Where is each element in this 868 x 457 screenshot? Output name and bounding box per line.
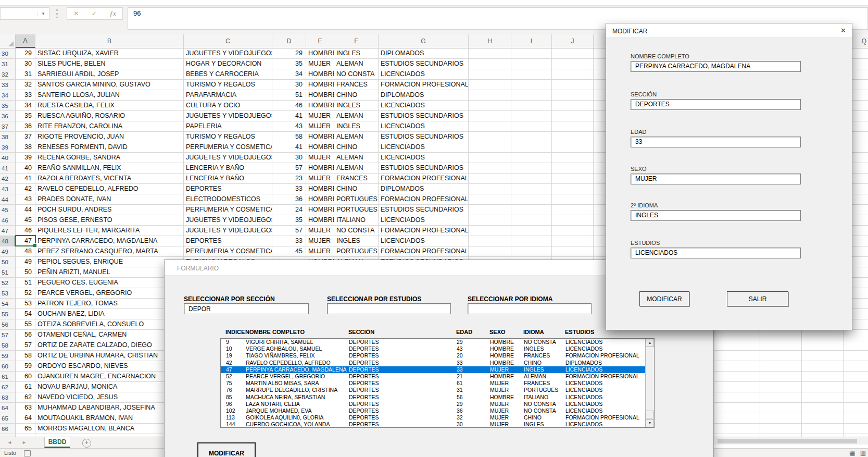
sheet-cell[interactable]: [552, 174, 594, 184]
sheet-cell[interactable]: [469, 80, 511, 90]
sheet-cell[interactable]: HOMBRE: [306, 48, 334, 59]
sheet-cell[interactable]: [552, 205, 594, 215]
result-row[interactable]: 102JARQUE MOHAMED, EVADEPORTES36MUJERNO …: [221, 407, 654, 414]
sheet-cell[interactable]: [469, 111, 511, 121]
sheet-cell[interactable]: [469, 163, 511, 174]
sheet-cell[interactable]: [844, 372, 868, 382]
sheet-cell[interactable]: ESTUDIOS SECUNDARIOS: [379, 163, 469, 174]
sheet-cell[interactable]: RUESCA AGUIÑO, ROSARIO: [35, 111, 184, 121]
page-layout-view-icon[interactable]: ▥: [860, 449, 866, 456]
sheet-cell[interactable]: [552, 153, 594, 163]
sheet-cell[interactable]: [511, 236, 552, 246]
sheet-cell[interactable]: 33: [272, 184, 306, 194]
row-header-66[interactable]: 66: [0, 424, 16, 434]
sheet-cell[interactable]: [552, 194, 594, 205]
sheet-tab-bbdd[interactable]: BBDD: [44, 437, 70, 448]
prev-sheet-icon[interactable]: ◄: [7, 440, 12, 445]
sheet-cell[interactable]: 36: [16, 121, 35, 132]
sheet-cell[interactable]: ORTIZ DE ZARATE CALZADO, DIEGO: [35, 340, 184, 351]
name-box[interactable]: ▾: [0, 7, 49, 20]
result-row[interactable]: 85MACHUCA NEIRA, SEBASTIANDEPORTES56HOMB…: [221, 394, 654, 401]
sheet-cell[interactable]: [511, 205, 552, 215]
sheet-cell[interactable]: INGLES: [334, 236, 379, 246]
sheet-cell[interactable]: NO CONSTA: [334, 226, 379, 236]
sheet-cell[interactable]: 51: [16, 278, 35, 288]
sheet-cell[interactable]: PAPELERIA: [184, 121, 272, 132]
sheet-cell[interactable]: HOGAR Y DECORACION: [184, 59, 272, 69]
cancel-icon[interactable]: ✕: [73, 10, 79, 17]
sheet-cell[interactable]: [760, 361, 802, 372]
sheet-cell[interactable]: 41: [16, 174, 35, 184]
edad-field[interactable]: 33: [631, 137, 801, 147]
row-header-35[interactable]: 35: [0, 101, 16, 111]
sheet-cell[interactable]: RAVELO CEPEDELLO, ALFREDO: [35, 184, 184, 194]
row-header-41[interactable]: 41: [0, 163, 16, 174]
insert-function-icon[interactable]: ƒx: [109, 9, 116, 18]
sheet-cell[interactable]: [469, 174, 511, 184]
sheet-cell[interactable]: [760, 372, 802, 382]
sheet-cell[interactable]: [469, 184, 511, 194]
sheet-cell[interactable]: 37: [16, 132, 35, 142]
sheet-cell[interactable]: ALEMAN: [334, 153, 379, 163]
sheet-cell[interactable]: 60: [16, 372, 35, 382]
sheet-cell[interactable]: 59: [16, 361, 35, 372]
sheet-cell[interactable]: HOMBRE: [306, 194, 334, 205]
sheet-cell[interactable]: [714, 361, 760, 372]
sheet-cell[interactable]: ORTIZ DE URBINA HUMARA, CRISTIAN: [35, 351, 184, 361]
sheet-cell[interactable]: HOMBRE: [306, 90, 334, 101]
row-header-36[interactable]: 36: [0, 111, 16, 121]
sheet-cell[interactable]: [802, 351, 844, 361]
sheet-cell[interactable]: INGLES: [334, 48, 379, 59]
sheet-cell[interactable]: RUESTA CASILDA, FELIX: [35, 101, 184, 111]
row-header-43[interactable]: 43: [0, 184, 16, 194]
sheet-cell[interactable]: [844, 382, 868, 392]
sheet-cell[interactable]: [511, 184, 552, 194]
sheet-cell[interactable]: HOMBRE: [306, 205, 334, 215]
row-header-63[interactable]: 63: [0, 392, 16, 403]
sheet-cell[interactable]: PORTUGUES: [334, 194, 379, 205]
sheet-cell[interactable]: PEARCE VERGEL, GREGORIO: [35, 288, 184, 299]
sheet-cell[interactable]: RAZOLA BERDAYES, VICENTA: [35, 174, 184, 184]
modificar-button[interactable]: MODIFICAR: [197, 442, 256, 457]
sheet-cell[interactable]: [511, 121, 552, 132]
sheet-cell[interactable]: [802, 424, 844, 434]
sheet-cell[interactable]: 36: [272, 194, 306, 205]
normal-view-icon[interactable]: ▦: [849, 449, 855, 456]
sheet-cell[interactable]: PARAFARMACIA: [184, 90, 272, 101]
column-header-H[interactable]: H: [469, 34, 511, 48]
sheet-cell[interactable]: JUGUETES Y VIDEOJUEGOS: [184, 111, 272, 121]
sheet-cell[interactable]: 57: [272, 226, 306, 236]
sheet-cell[interactable]: [714, 330, 760, 340]
sheet-cell[interactable]: [552, 80, 594, 90]
sheet-cell[interactable]: 62: [16, 392, 35, 403]
sheet-cell[interactable]: [469, 194, 511, 205]
sheet-cell[interactable]: [511, 194, 552, 205]
sheet-cell[interactable]: LENCERIA Y BAÑO: [184, 163, 272, 174]
sheet-cell[interactable]: 41: [272, 142, 306, 153]
sheet-cell[interactable]: [802, 340, 844, 351]
column-header-G[interactable]: G: [379, 34, 469, 48]
sheet-cell[interactable]: LICENCIADOS: [379, 236, 469, 246]
sheet-cell[interactable]: RIGOTE PROVENCIO, JUAN: [35, 132, 184, 142]
sheet-cell[interactable]: 44: [16, 205, 35, 215]
row-header-62[interactable]: 62: [0, 382, 16, 392]
row-header-52[interactable]: 52: [0, 278, 16, 288]
sheet-cell[interactable]: [469, 69, 511, 80]
sheet-cell[interactable]: [760, 424, 802, 434]
sheet-cell[interactable]: [552, 101, 594, 111]
row-header-33[interactable]: 33: [0, 80, 16, 90]
result-row[interactable]: 9VIGURI CHIRITA, SAMUELDEPORTES29HOMBREN…: [221, 339, 654, 345]
sheet-cell[interactable]: [552, 90, 594, 101]
sheet-cell[interactable]: FORMACION PROFESIONAL: [379, 174, 469, 184]
sheet-cell[interactable]: [552, 246, 594, 257]
sheet-cell[interactable]: MUJER: [306, 153, 334, 163]
sheet-cell[interactable]: DIPLOMADOS: [379, 90, 469, 101]
sheet-cell[interactable]: 63: [16, 403, 35, 413]
row-header-47[interactable]: 47: [0, 226, 16, 236]
add-sheet-icon[interactable]: +: [82, 439, 91, 448]
sheet-cell[interactable]: 34: [272, 69, 306, 80]
sheet-cell[interactable]: ESTUDIOS SECUNDARIOS: [379, 132, 469, 142]
estudios-field[interactable]: LICENCIADOS: [631, 248, 801, 258]
sheet-cell[interactable]: [552, 121, 594, 132]
sheet-cell[interactable]: [802, 413, 844, 424]
